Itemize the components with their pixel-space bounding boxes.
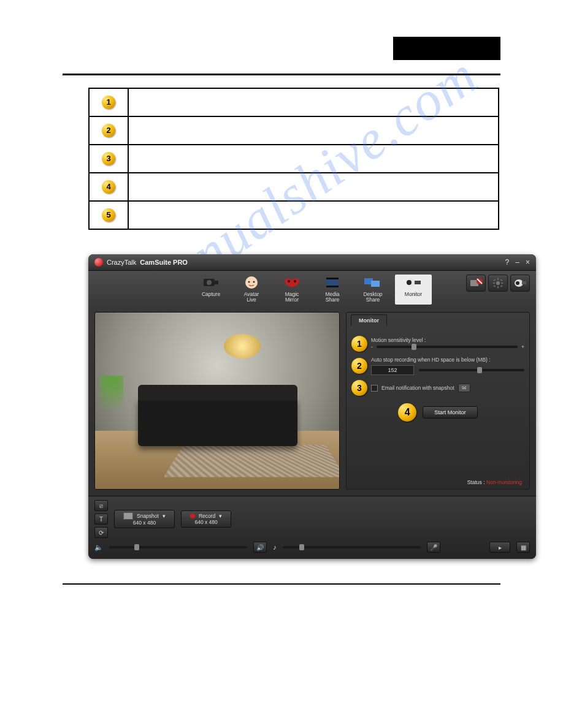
mic-button[interactable]: 🎤: [427, 542, 440, 553]
email-checkbox[interactable]: [371, 385, 378, 392]
speaker-mute-icon[interactable]: 🔈: [94, 544, 103, 552]
email-notify-label: Email notification with snapshot: [381, 385, 454, 391]
tool-avatar-live[interactable]: Avatar Live: [233, 275, 270, 305]
callout-badge-1: 1: [351, 336, 367, 352]
footer-btn-1[interactable]: ⎚: [94, 500, 108, 511]
slider-thumb[interactable]: [412, 344, 416, 350]
close-button[interactable]: ×: [526, 258, 530, 267]
snapshot-block[interactable]: Snapshot ▾ 640 x 480: [114, 510, 175, 528]
tool-label: Monitor: [405, 292, 422, 297]
hd-space-input[interactable]: [371, 365, 414, 375]
gallery-button[interactable]: ▦: [516, 542, 530, 553]
chevron-down-icon[interactable]: ▾: [163, 513, 166, 519]
record-resolution: 640 x 480: [194, 519, 217, 525]
motion-sensitivity-slider[interactable]: [377, 346, 518, 348]
svg-point-14: [407, 280, 412, 285]
tool-label: Desktop Share: [363, 292, 382, 302]
tool-label: Magic Mirror: [285, 292, 299, 302]
main-area: Monitor 1 Motion sensitivity level : - +…: [88, 306, 536, 496]
svg-point-29: [516, 281, 519, 285]
hd-space-label: Auto stop recording when HD space is bel…: [371, 357, 524, 363]
video-preview: [94, 312, 340, 490]
volume-slider[interactable]: [109, 546, 247, 548]
status-value: Non-monitoring: [486, 479, 522, 485]
monitor-settings-pane: Monitor 1 Motion sensitivity level : - +…: [346, 312, 530, 490]
tool-label: Media Share: [325, 292, 339, 302]
table-row: 2: [89, 116, 499, 145]
callout-badge-3: 3: [351, 380, 367, 396]
badge-3: 3: [102, 152, 115, 165]
table-cell: [128, 88, 499, 116]
badge-1: 1: [102, 96, 115, 109]
chevron-down-icon[interactable]: ▾: [219, 513, 222, 519]
brand-text-1: CrazyTalk: [107, 259, 136, 266]
tool-desktop-share[interactable]: Desktop Share: [354, 275, 391, 305]
svg-point-5: [253, 281, 255, 283]
svg-rect-20: [497, 278, 499, 280]
status-label: Status :: [467, 479, 485, 485]
camera-icon: [201, 275, 221, 290]
footer-btn-2[interactable]: T: [94, 514, 108, 525]
table-cell: [128, 145, 499, 173]
slider-thumb[interactable]: [299, 544, 304, 550]
svg-rect-10: [326, 286, 339, 287]
slider-thumb[interactable]: [477, 367, 482, 373]
page-header: [31, 25, 532, 74]
record-block[interactable]: Record ▾ 640 x 480: [181, 510, 231, 528]
preview-decor: [138, 397, 297, 446]
status-line: Status : Non-monitoring: [467, 479, 522, 485]
gear-icon[interactable]: [488, 275, 508, 292]
svg-point-7: [294, 280, 296, 282]
svg-point-19: [496, 281, 500, 285]
motion-sensitivity-label: Motion sensitivity level :: [371, 337, 524, 343]
tool-magic-mirror[interactable]: Magic Mirror: [274, 275, 310, 305]
svg-rect-30: [522, 281, 526, 284]
toolbar-items: Capture Avatar Live Magic Mirror Media S…: [193, 275, 432, 305]
minimize-button[interactable]: –: [515, 258, 519, 267]
slider-thumb[interactable]: [134, 544, 139, 550]
window-controls: ? – ×: [505, 258, 530, 267]
footer-bar: ⎚ T ⟳ Snapshot ▾ 640 x 480 Record ▾ 640 …: [88, 496, 536, 559]
tool-monitor[interactable]: Monitor: [395, 275, 432, 305]
hd-space-slider[interactable]: [419, 369, 524, 371]
svg-rect-21: [497, 286, 499, 288]
divider-top: [63, 74, 500, 75]
svg-rect-27: [500, 285, 502, 287]
titlebar: CrazyTalk CamSuite PRO ? – ×: [88, 254, 536, 271]
mail-icon[interactable]: ✉: [458, 384, 470, 392]
play-button[interactable]: ▸: [489, 542, 510, 553]
title-left: CrazyTalk CamSuite PRO: [94, 258, 188, 267]
footer-btn-3[interactable]: ⟳: [94, 527, 108, 538]
start-monitor-button[interactable]: Start Monitor: [423, 406, 478, 419]
tool-capture[interactable]: Capture: [193, 275, 229, 305]
app-logo-icon: [94, 258, 103, 267]
table-row: 3: [89, 145, 499, 173]
badge-5: 5: [102, 208, 115, 222]
callout-badge-4: 4: [398, 403, 416, 422]
music-slider[interactable]: [283, 546, 421, 548]
svg-point-1: [207, 280, 212, 285]
tool-label: Capture: [202, 292, 220, 297]
tool-media-share[interactable]: Media Share: [314, 275, 351, 305]
svg-rect-22: [493, 282, 495, 284]
svg-rect-2: [215, 281, 218, 284]
camera-device-icon[interactable]: [510, 275, 530, 292]
divider-bottom: [63, 583, 500, 585]
film-icon: [323, 275, 342, 290]
slider-minus: -: [371, 344, 373, 350]
disable-camera-icon[interactable]: [466, 275, 486, 292]
svg-rect-23: [501, 282, 503, 284]
help-button[interactable]: ?: [505, 258, 510, 267]
record-label: Record: [199, 513, 215, 519]
header-black-box: [393, 37, 500, 60]
thumbnail-icon: [123, 512, 133, 520]
music-icon: ♪: [273, 544, 277, 551]
svg-rect-24: [494, 279, 496, 281]
speaker-button[interactable]: 🔊: [253, 542, 267, 553]
webcam-icon: [404, 275, 423, 290]
table-cell: [128, 201, 499, 229]
svg-rect-9: [326, 278, 339, 279]
svg-point-6: [288, 280, 290, 282]
svg-rect-15: [415, 281, 421, 284]
badge-4: 4: [102, 180, 115, 194]
